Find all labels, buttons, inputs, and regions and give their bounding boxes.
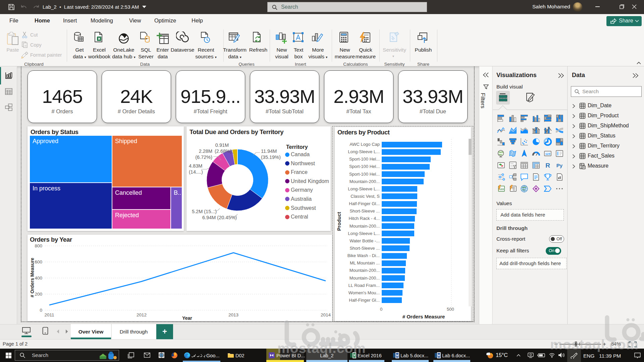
svg-text:R: R xyxy=(545,162,550,169)
svg-text:123: 123 xyxy=(545,152,550,156)
svg-text:Py: Py xyxy=(556,163,563,168)
